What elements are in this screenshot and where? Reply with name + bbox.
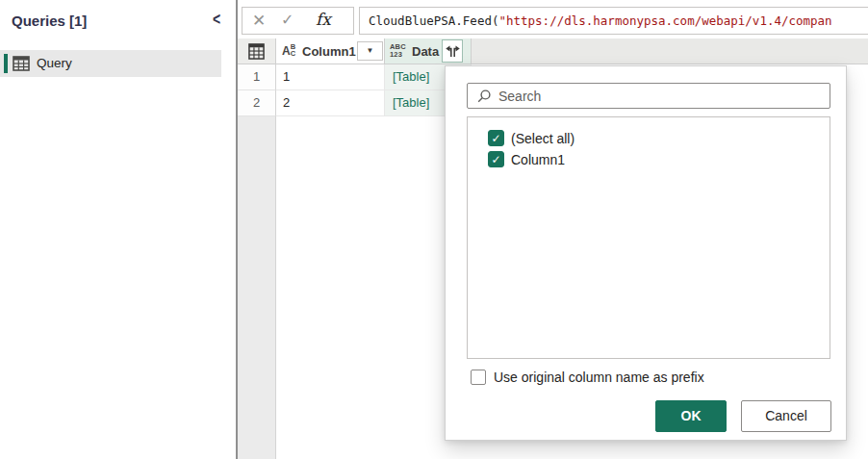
grid-corner-button[interactable] xyxy=(238,38,276,64)
cell-column1-row2[interactable]: 2 xyxy=(276,90,385,116)
formula-accept-icon[interactable]: ✓ xyxy=(281,11,294,29)
column-header-column1[interactable]: ABC Column1 ▼ xyxy=(276,38,385,64)
search-icon xyxy=(476,89,492,104)
table-grid-icon xyxy=(248,43,265,60)
data-header-label: Data xyxy=(412,44,439,59)
fx-icon[interactable]: fx xyxy=(316,10,331,29)
grid-header-filler xyxy=(472,38,868,64)
row-number[interactable]: 2 xyxy=(238,90,276,116)
formula-bar-buttons: ✕ ✓ fx xyxy=(242,7,354,35)
checkbox-unchecked-icon[interactable] xyxy=(471,370,486,385)
option-label: Column1 xyxy=(511,152,565,167)
table-icon xyxy=(13,55,30,72)
expand-column-popup: ✓ (Select all) ✓ Column1 Use original co… xyxy=(445,65,847,441)
column1-header-label: Column1 xyxy=(302,44,356,59)
search-box xyxy=(467,83,830,109)
column-header-data[interactable]: ABC123 Data xyxy=(385,38,472,64)
use-prefix-option[interactable]: Use original column name as prefix xyxy=(446,368,846,389)
sidebar-item-label: Query xyxy=(37,56,72,70)
search-input[interactable] xyxy=(498,85,826,107)
abc-text-icon: ABC xyxy=(282,44,295,57)
formula-function-text: CloudBluePSA.Feed( xyxy=(369,13,498,28)
formula-cancel-icon[interactable]: ✕ xyxy=(252,11,266,31)
formula-string-text: "https://dls.harmonypsa.com/webapi/v1.4/… xyxy=(498,13,831,28)
power-query-editor: Queries [1] < Query ✕ ✓ fx CloudBluePSA xyxy=(0,0,868,459)
column-list: ✓ (Select all) ✓ Column1 xyxy=(467,116,830,359)
queries-pane: Queries [1] < Query xyxy=(0,0,236,459)
selected-accent-bar xyxy=(4,54,8,73)
cancel-button[interactable]: Cancel xyxy=(741,400,831,432)
abc123-any-icon: ABC123 xyxy=(390,43,406,59)
sidebar-item-query[interactable]: Query xyxy=(0,50,221,77)
queries-pane-title: Queries [1] xyxy=(12,13,87,29)
option-select-all[interactable]: ✓ (Select all) xyxy=(468,128,830,149)
filter-dropdown-icon: ▼ xyxy=(367,46,374,55)
option-label: (Select all) xyxy=(511,131,574,146)
ok-button[interactable]: OK xyxy=(655,400,727,432)
use-prefix-label: Use original column name as prefix xyxy=(494,370,704,385)
checkbox-checked-icon[interactable]: ✓ xyxy=(488,130,504,146)
formula-input[interactable]: CloudBluePSA.Feed("https://dls.harmonyps… xyxy=(359,7,868,35)
expand-column-button[interactable] xyxy=(442,39,463,63)
expand-icon xyxy=(445,44,461,58)
cell-column1-row1[interactable]: 1 xyxy=(276,64,385,90)
row-number-gutter xyxy=(238,116,276,459)
collapse-pane-icon[interactable]: < xyxy=(208,9,225,32)
column1-filter-button[interactable]: ▼ xyxy=(357,41,383,61)
checkbox-checked-icon[interactable]: ✓ xyxy=(488,151,504,167)
row-number[interactable]: 1 xyxy=(238,64,276,90)
option-column1[interactable]: ✓ Column1 xyxy=(468,149,830,170)
